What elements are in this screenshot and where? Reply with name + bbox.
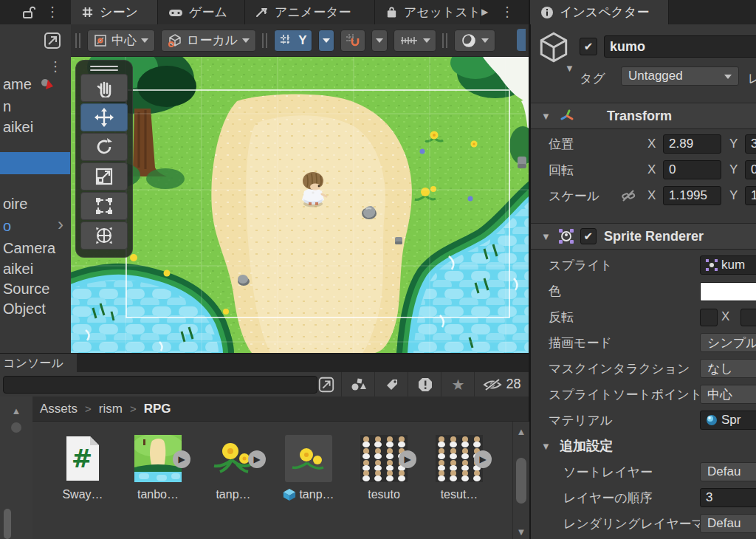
expand-sprites-icon[interactable]: ▶ bbox=[248, 450, 266, 468]
orientation-button[interactable]: ローカル bbox=[161, 30, 256, 52]
unlock-icon[interactable] bbox=[21, 5, 35, 20]
scale-x-field[interactable]: 1.1995 bbox=[663, 186, 721, 205]
chevron-right-icon[interactable]: › bbox=[58, 215, 63, 234]
additional-settings-foldout[interactable]: ▼ 追加設定 bbox=[531, 436, 756, 456]
asset-item-script[interactable]: # Sway… bbox=[47, 435, 118, 501]
mask-interaction-dropdown[interactable]: なし bbox=[700, 359, 756, 378]
rect-tool-button[interactable] bbox=[80, 192, 128, 220]
rotation-x-field[interactable]: 0 bbox=[663, 160, 721, 179]
tab-asset-store[interactable]: アセットスト bbox=[375, 0, 480, 24]
grid-visibility-button[interactable]: Y bbox=[274, 30, 312, 52]
snap-toggle-button[interactable] bbox=[340, 30, 365, 52]
tag-dropdown[interactable]: Untagged bbox=[621, 66, 739, 86]
foldout-icon[interactable]: ▼ bbox=[541, 111, 551, 122]
toolbar-drag-handle[interactable] bbox=[75, 33, 81, 48]
hierarchy-menu-icon[interactable]: ⋮ bbox=[49, 60, 62, 73]
warning-filter-button[interactable] bbox=[408, 372, 441, 396]
snap-options-dropdown[interactable] bbox=[371, 30, 388, 52]
scroll-down-icon[interactable]: ▼ bbox=[513, 526, 529, 538]
tab-animator[interactable]: アニメーター bbox=[245, 0, 375, 24]
color-swatch[interactable] bbox=[700, 282, 756, 301]
expand-sprites-icon[interactable]: ▶ bbox=[474, 450, 492, 468]
hierarchy-item[interactable]: Camera bbox=[0, 238, 70, 258]
scroll-up-icon[interactable]: ▲ bbox=[0, 405, 32, 416]
search-input[interactable] bbox=[3, 376, 317, 394]
sprite-renderer-header[interactable]: ▼ ✔ Sprite Renderer bbox=[531, 223, 756, 250]
tab-scene[interactable]: シーン bbox=[71, 0, 158, 24]
favorites-star-button[interactable]: ★ bbox=[441, 372, 475, 396]
gameobject-name-field[interactable]: kumo bbox=[604, 35, 756, 58]
increment-snap-button[interactable] bbox=[394, 30, 436, 52]
position-x-field[interactable]: 2.89 bbox=[663, 134, 721, 154]
transform-tool-button[interactable] bbox=[80, 222, 128, 250]
hierarchy-item[interactable]: oire bbox=[0, 194, 70, 213]
order-in-layer-field[interactable]: 3 bbox=[700, 488, 756, 507]
toolbar-drag-handle[interactable] bbox=[442, 33, 448, 48]
overlay-drag-handle[interactable] bbox=[90, 66, 118, 71]
clipped-toolbar-button[interactable] bbox=[517, 29, 526, 51]
scroll-up-icon[interactable]: ▲ bbox=[513, 426, 529, 437]
expand-sprites-icon[interactable]: ▶ bbox=[173, 450, 190, 468]
pivot-mode-button[interactable]: 中心 bbox=[87, 30, 155, 52]
breadcrumb-assets[interactable]: Assets bbox=[40, 402, 78, 416]
hidden-count-toggle[interactable]: 28 bbox=[474, 372, 529, 396]
tab-game[interactable]: ゲーム bbox=[158, 0, 245, 24]
position-y-field[interactable]: 3 bbox=[745, 134, 756, 154]
asset-item-spritesheet[interactable]: ▶ tesuto bbox=[348, 435, 419, 501]
expand-sprites-icon[interactable]: ▶ bbox=[399, 450, 416, 468]
hierarchy-item[interactable]: n bbox=[0, 97, 70, 116]
move-tool-button[interactable] bbox=[80, 103, 128, 131]
foldout-icon[interactable]: ▼ bbox=[541, 231, 551, 242]
active-checkbox[interactable]: ✔ bbox=[580, 38, 597, 55]
material-object-field[interactable]: Spr bbox=[700, 411, 756, 430]
breadcrumb-rism[interactable]: rism bbox=[99, 402, 123, 416]
broken-link-icon[interactable] bbox=[621, 188, 636, 203]
rotation-y-field[interactable]: 0 bbox=[745, 160, 756, 179]
filter-by-label-button[interactable] bbox=[374, 372, 408, 396]
panel-menu-icon[interactable]: ⋮ bbox=[46, 5, 59, 18]
scale-tool-button[interactable] bbox=[80, 162, 128, 190]
draw-mode-dropdown[interactable]: シンプル bbox=[700, 333, 756, 352]
filter-by-type-button[interactable] bbox=[341, 372, 375, 396]
grid-options-dropdown[interactable] bbox=[318, 30, 334, 52]
scroll-thumb-lower[interactable] bbox=[4, 509, 11, 539]
scene-panel-menu-icon[interactable]: ⋮ bbox=[501, 5, 514, 18]
rotate-tool-button[interactable] bbox=[80, 133, 128, 161]
toolbar-drag-handle[interactable] bbox=[262, 33, 268, 48]
hierarchy-item[interactable]: ame bbox=[0, 75, 70, 94]
asset-item-spritesheet[interactable]: ▶ tesut… bbox=[424, 435, 495, 501]
sprite-object-field[interactable]: kum bbox=[700, 255, 756, 275]
tab-inspector[interactable]: インスペクター bbox=[530, 0, 669, 24]
sort-point-dropdown[interactable]: 中心 bbox=[700, 385, 756, 404]
open-new-window-icon[interactable] bbox=[43, 31, 62, 50]
hierarchy-item-prefab[interactable]: o › bbox=[0, 216, 70, 236]
project-left-scrollbar[interactable]: ▲ bbox=[0, 396, 33, 539]
scroll-thumb[interactable] bbox=[11, 422, 21, 433]
sorting-layer-dropdown[interactable]: Defau bbox=[700, 462, 756, 481]
hierarchy-selected-row[interactable] bbox=[0, 152, 70, 174]
console-tab-strip: コンソール bbox=[0, 353, 529, 373]
flip-x-checkbox[interactable] bbox=[700, 309, 718, 326]
rendering-layer-dropdown[interactable]: Defau bbox=[700, 514, 756, 533]
view-hand-tool-button[interactable] bbox=[80, 74, 128, 102]
scale-y-field[interactable]: 1 bbox=[745, 186, 756, 205]
transform-header[interactable]: ▼ Transform bbox=[531, 103, 756, 129]
asset-item-prefab[interactable]: tanp… bbox=[273, 435, 344, 501]
open-new-window-icon[interactable] bbox=[317, 376, 335, 394]
hierarchy-item[interactable]: Source bbox=[0, 279, 70, 298]
asset-item-sprite[interactable]: ▶ tanp… bbox=[198, 435, 269, 501]
component-enabled-checkbox[interactable]: ✔ bbox=[580, 228, 597, 244]
hierarchy-item[interactable]: Object bbox=[0, 299, 70, 318]
flip-y-checkbox[interactable] bbox=[740, 309, 756, 326]
hierarchy-item[interactable]: aikei bbox=[0, 259, 70, 278]
asset-item-image[interactable]: ▶ tanbo… bbox=[123, 435, 193, 501]
hierarchy-item[interactable]: aikei bbox=[0, 117, 70, 137]
tab-console[interactable]: コンソール bbox=[0, 354, 77, 373]
scroll-thumb[interactable] bbox=[516, 458, 526, 504]
project-vertical-scrollbar[interactable]: ▲ ▼ bbox=[512, 422, 529, 539]
scene-effects-button[interactable] bbox=[454, 30, 495, 52]
icon-dropdown-caret[interactable]: ▼ bbox=[565, 63, 574, 74]
scene-viewport[interactable] bbox=[71, 57, 529, 353]
breadcrumb-rpg[interactable]: RPG bbox=[144, 402, 171, 416]
tab-overflow-icon[interactable]: ▶ bbox=[481, 7, 488, 17]
